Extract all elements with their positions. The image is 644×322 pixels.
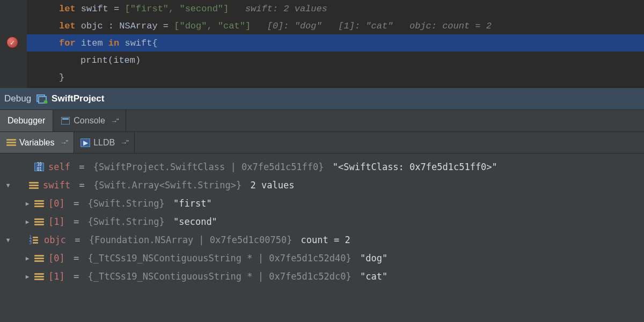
var-type: {Swift.String} — [87, 198, 164, 209]
var-name: [0] — [48, 253, 65, 264]
pin-icon[interactable]: →" — [111, 117, 118, 125]
subtab-variables[interactable]: Variables →" — [0, 132, 74, 153]
array-icon — [34, 199, 44, 208]
variable-row-objc[interactable]: ▼ 123 objc = {Foundation.NSArray | 0x7fe… — [0, 231, 644, 249]
identifier: swift — [81, 4, 108, 14]
subtab-lldb[interactable]: ▶ LLDB →" — [74, 132, 135, 153]
var-value: count = 2 — [295, 235, 350, 245]
equals: = — [68, 216, 85, 227]
array-icon — [34, 254, 44, 262]
chevron-right-icon[interactable]: ▶ — [24, 255, 31, 262]
debug-label: Debug — [4, 93, 31, 104]
array-icon — [34, 272, 44, 281]
chevron-right-icon[interactable]: ▶ — [24, 218, 31, 225]
variable-row-swift[interactable]: ▼ swift = {Swift.Array<Swift.String>} 2 … — [0, 176, 644, 194]
string-literal: ["first", "second"] — [125, 4, 229, 14]
equals: = — [69, 235, 86, 245]
code-editor[interactable]: ✓ let swift = ["first", "second"] swift:… — [0, 0, 644, 88]
var-name: self — [48, 162, 70, 172]
keyword: for — [59, 38, 76, 48]
breakpoint-icon[interactable]: ✓ — [6, 36, 18, 48]
identifier: item — [81, 38, 103, 48]
code-line[interactable]: let objc : NSArray = ["dog", "cat"] [0]:… — [27, 17, 644, 34]
operator: = — [163, 21, 169, 31]
var-value: "dog" — [355, 253, 387, 264]
var-value: "cat" — [355, 271, 387, 282]
var-type: {_TtCSs19_NSContiguousString * | 0x7fe5d… — [87, 253, 351, 264]
var-type: {_TtCSs19_NSContiguousString * | 0x7fe5d… — [87, 271, 351, 282]
code-line[interactable]: let swift = ["first", "second"] swift: 2… — [27, 0, 644, 17]
var-type: {Swift.String} — [87, 216, 164, 227]
var-type: {SwiftProject.SwiftClass | 0x7fe5d1c51ff… — [93, 162, 324, 172]
brace: { — [152, 38, 157, 48]
equals: = — [68, 271, 85, 282]
subtab-label: LLDB — [93, 138, 115, 148]
code-line[interactable]: print (item) — [27, 52, 644, 69]
inline-hint: swift: 2 values — [245, 4, 327, 14]
array-icon — [29, 181, 39, 189]
string-literal: ["dog", "cat"] — [174, 21, 251, 31]
var-name: [1] — [48, 271, 65, 282]
editor-gutter[interactable]: ✓ — [0, 0, 27, 88]
object-icon: 1001 — [34, 163, 44, 171]
chevron-right-icon[interactable]: ▶ — [24, 200, 31, 207]
function-call: print — [80, 55, 108, 65]
var-value: "<SwiftClass: 0x7fe5d1c51ff0>" — [327, 162, 497, 172]
variable-row[interactable]: ▶ [1] = {Swift.String} "second" — [0, 213, 644, 231]
tab-label: Console — [74, 116, 105, 126]
equals: = — [74, 162, 90, 172]
code-area[interactable]: let swift = ["first", "second"] swift: 2… — [27, 0, 644, 88]
tab-debugger[interactable]: Debugger — [0, 110, 53, 131]
chevron-right-icon[interactable]: ▶ — [24, 273, 31, 280]
run-config-icon — [35, 93, 48, 104]
variables-icon — [6, 139, 16, 147]
nsarray-icon: 123 — [29, 236, 40, 244]
console-icon — [61, 116, 70, 126]
tab-label: Debugger — [8, 116, 45, 126]
keyword: let — [59, 4, 76, 14]
pin-icon[interactable]: →" — [120, 138, 128, 147]
lldb-icon: ▶ — [80, 138, 90, 147]
var-type: {Swift.Array<Swift.String>} — [93, 180, 241, 191]
chevron-down-icon[interactable]: ▼ — [4, 182, 12, 189]
var-name: swift — [43, 180, 70, 191]
variable-row[interactable]: ▶ [0] = {_TtCSs19_NSContiguousString * |… — [0, 249, 644, 267]
var-value: "second" — [168, 216, 217, 227]
args: (item) — [108, 55, 141, 65]
var-value: 2 values — [245, 180, 294, 191]
project-name: SwiftProject — [52, 93, 104, 104]
equals: = — [68, 253, 85, 264]
debug-subtabs: Variables →" ▶ LLDB →" — [0, 132, 644, 153]
type: NSArray — [119, 21, 157, 31]
array-icon — [34, 217, 44, 226]
keyword: in — [108, 38, 119, 48]
operator: = — [114, 4, 119, 14]
var-name: [0] — [48, 198, 65, 209]
identifier: swift — [125, 38, 152, 48]
var-value: "first" — [168, 198, 212, 209]
variables-pane[interactable]: 1001 self = {SwiftProject.SwiftClass | 0… — [0, 153, 644, 322]
debug-bar: Debug SwiftProject — [0, 88, 644, 109]
brace: } — [59, 72, 64, 83]
colon: : — [108, 21, 114, 31]
keyword: let — [59, 21, 76, 31]
identifier: objc — [81, 21, 103, 31]
equals: = — [74, 180, 90, 191]
var-name: objc — [44, 235, 66, 245]
code-line-current[interactable]: for item in swift { — [27, 34, 644, 52]
svg-rect-4 — [62, 118, 69, 120]
chevron-down-icon[interactable]: ▼ — [4, 237, 12, 244]
subtab-label: Variables — [19, 138, 55, 148]
equals: = — [68, 198, 85, 209]
variable-row[interactable]: ▶ [1] = {_TtCSs19_NSContiguousString * |… — [0, 267, 644, 286]
code-line[interactable]: } — [27, 69, 644, 86]
inline-hint: [0]: "dog" [1]: "cat" objc: count = 2 — [267, 21, 492, 31]
var-type: {Foundation.NSArray | 0x7fe5d1c00750} — [89, 235, 292, 245]
pin-icon[interactable]: →" — [60, 138, 68, 147]
tab-console[interactable]: Console →" — [53, 110, 126, 131]
var-name: [1] — [48, 216, 65, 227]
variable-row-self[interactable]: 1001 self = {SwiftProject.SwiftClass | 0… — [0, 158, 644, 176]
debug-tabs: Debugger Console →" — [0, 109, 644, 132]
variable-row[interactable]: ▶ [0] = {Swift.String} "first" — [0, 194, 644, 213]
